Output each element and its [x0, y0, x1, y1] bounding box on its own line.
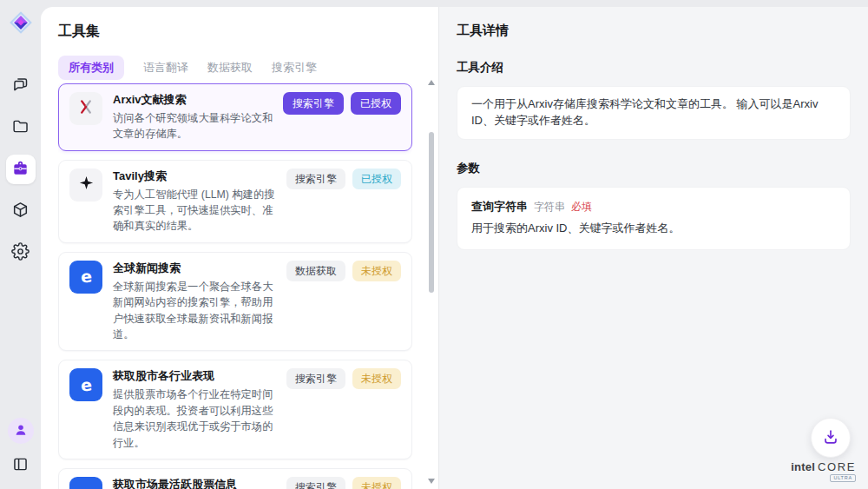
panel-toggle-icon	[11, 455, 30, 476]
tool-body: Arxiv文献搜索 访问各个研究领域大量科学论文和文章的存储库。	[113, 92, 276, 142]
category-tag[interactable]: 搜索引擎	[286, 169, 345, 189]
toolset-header: 工具集 所有类别 语言翻译 数据获取 搜索引擎	[41, 7, 438, 80]
tool-icon: e	[69, 368, 102, 401]
tool-intro-text: 一个用于从Arxiv存储库搜索科学论文和文章的工具。 输入可以是Arxiv ID…	[471, 96, 836, 129]
gem-logo-icon	[9, 10, 33, 35]
tool-card[interactable]: e 全球新闻搜索 全球新闻搜索是一个聚合全球各大新闻网站内容的搜索引擎，帮助用户…	[58, 252, 412, 352]
tool-intro-card: 一个用于从Arxiv存储库搜索科学论文和文章的工具。 输入可以是Arxiv ID…	[457, 86, 851, 140]
tool-description: 专为人工智能代理 (LLM) 构建的搜索引擎工具，可快速提供实时、准确和真实的结…	[113, 187, 279, 235]
tool-tags: 数据获取 未授权	[286, 261, 401, 281]
category-tag[interactable]: 数据获取	[286, 261, 345, 281]
tool-name: 全球新闻搜索	[113, 261, 279, 277]
intel-core-logo: intel core ultra	[791, 461, 856, 483]
tavily-star-icon	[78, 175, 95, 195]
download-icon	[821, 427, 840, 449]
category-tab[interactable]: 搜索引擎	[272, 56, 317, 80]
category-tag[interactable]: 搜索引擎	[286, 477, 345, 489]
panel-toggle-button[interactable]	[6, 451, 36, 480]
rail-nav	[6, 71, 36, 268]
tool-list: Arxiv文献搜索 访问各个研究领域大量科学论文和文章的存储库。 搜索引擎 已授…	[58, 83, 412, 489]
scrollbar-up-arrow[interactable]	[428, 80, 435, 85]
category-tag[interactable]: 搜索引擎	[283, 92, 344, 115]
params-heading: 参数	[457, 161, 851, 176]
auth-status-tag[interactable]: 已授权	[351, 92, 401, 115]
tool-name: 获取市场最活跃股票信息	[113, 477, 279, 489]
nav-settings-button[interactable]	[6, 238, 36, 268]
chat-icon	[11, 76, 30, 96]
tool-name: Tavily搜索	[113, 169, 279, 185]
intro-heading: 工具介绍	[457, 60, 851, 76]
tool-body: Tavily搜索 专为人工智能代理 (LLM) 构建的搜索引擎工具，可快速提供实…	[113, 169, 279, 235]
intel-core-wordmark: intel core	[791, 461, 856, 472]
parameter-required-badge: 必填	[571, 200, 592, 215]
tool-icon: e	[69, 261, 102, 294]
tool-description: 全球新闻搜索是一个聚合全球各大新闻网站内容的搜索引擎，帮助用户快速获取全球最新资…	[113, 279, 279, 343]
tool-description: 提供股票市场各个行业在特定时间段内的表现。投资者可以利用这些信息来识别表现优于或…	[113, 387, 279, 451]
tool-body: 获取市场最活跃股票信息 提供当天交易量最高的股票列表，投资者可以利用这些信息来识…	[113, 477, 279, 489]
category-tabs: 所有类别 语言翻译 数据获取 搜索引擎	[58, 56, 421, 80]
parameter-name: 查询字符串	[471, 199, 528, 215]
cube-icon	[11, 201, 30, 221]
tool-icon	[69, 169, 102, 202]
category-tag[interactable]: 搜索引擎	[286, 368, 345, 389]
tool-tags: 搜索引擎 已授权	[286, 169, 401, 189]
tool-details-panel: 工具详情 工具介绍 一个用于从Arxiv存储库搜索科学论文和文章的工具。 输入可…	[438, 7, 868, 489]
tool-tags: 搜索引擎 未授权	[286, 368, 401, 389]
tool-card[interactable]: Arxiv文献搜索 访问各个研究领域大量科学论文和文章的存储库。 搜索引擎 已授…	[58, 83, 412, 151]
scrollbar-down-arrow[interactable]	[428, 479, 435, 484]
parameter-header: 查询字符串 字符串 必填	[471, 199, 836, 215]
parameter-type: 字符串	[534, 200, 565, 215]
folder-icon	[11, 117, 30, 138]
scrollbar-thumb[interactable]	[429, 132, 434, 293]
rail-bottom	[6, 418, 36, 480]
auth-status-tag[interactable]: 未授权	[352, 368, 401, 389]
intel-text: intel	[791, 461, 815, 472]
toolset-panel: 工具集 所有类别 语言翻译 数据获取 搜索引擎	[41, 7, 438, 489]
user-avatar[interactable]	[8, 418, 34, 444]
category-tab[interactable]: 所有类别	[58, 56, 124, 80]
download-button[interactable]	[811, 418, 851, 458]
category-tab[interactable]: 数据获取	[207, 56, 253, 80]
gear-icon	[11, 242, 30, 263]
auth-status-tag[interactable]: 未授权	[352, 261, 401, 281]
tool-card[interactable]: e 获取股市各行业表现 提供股票市场各个行业在特定时间段内的表现。投资者可以利用…	[58, 360, 412, 459]
tool-name: 获取股市各行业表现	[113, 368, 279, 385]
nav-tools-button[interactable]	[6, 155, 36, 184]
tool-icon	[69, 92, 102, 125]
ultra-badge: ultra	[830, 474, 856, 483]
tool-name: Arxiv文献搜索	[113, 92, 276, 109]
user-icon	[13, 422, 29, 440]
category-tab[interactable]: 语言翻译	[143, 56, 188, 80]
tool-description: 访问各个研究领域大量科学论文和文章的存储库。	[113, 110, 276, 142]
arxiv-logo-icon	[77, 98, 95, 119]
scrollbar[interactable]	[427, 78, 436, 486]
tool-card[interactable]: e 获取市场最活跃股票信息 提供当天交易量最高的股票列表，投资者可以利用这些信息…	[58, 468, 412, 489]
parameter-description: 用于搜索的Arxiv ID、关键字或作者姓名。	[471, 221, 836, 237]
tool-icon: e	[69, 477, 102, 489]
toolbox-icon	[11, 159, 30, 180]
nav-models-button[interactable]	[6, 196, 36, 226]
app-window: 工具集 所有类别 语言翻译 数据获取 搜索引擎	[0, 0, 868, 489]
core-text: core	[818, 461, 856, 472]
news-logo-icon: e	[80, 376, 93, 393]
tool-body: 全球新闻搜索 全球新闻搜索是一个聚合全球各大新闻网站内容的搜索引擎，帮助用户快速…	[113, 261, 279, 343]
left-rail	[0, 0, 41, 489]
nav-files-button[interactable]	[6, 113, 36, 142]
auth-status-tag[interactable]: 已授权	[352, 169, 401, 189]
nav-chat-button[interactable]	[6, 71, 36, 101]
tool-body: 获取股市各行业表现 提供股票市场各个行业在特定时间段内的表现。投资者可以利用这些…	[113, 368, 279, 451]
auth-status-tag[interactable]: 未授权	[352, 477, 401, 489]
parameter-card: 查询字符串 字符串 必填 用于搜索的Arxiv ID、关键字或作者姓名。	[457, 187, 851, 250]
tool-card[interactable]: Tavily搜索 专为人工智能代理 (LLM) 构建的搜索引擎工具，可快速提供实…	[58, 160, 412, 243]
page-title: 工具集	[58, 23, 421, 41]
details-title: 工具详情	[457, 23, 851, 39]
news-logo-icon: e	[80, 268, 93, 286]
news-logo-icon: e	[80, 485, 93, 489]
tool-tags: 搜索引擎 未授权	[286, 477, 401, 489]
tool-tags: 搜索引擎 已授权	[283, 92, 401, 115]
